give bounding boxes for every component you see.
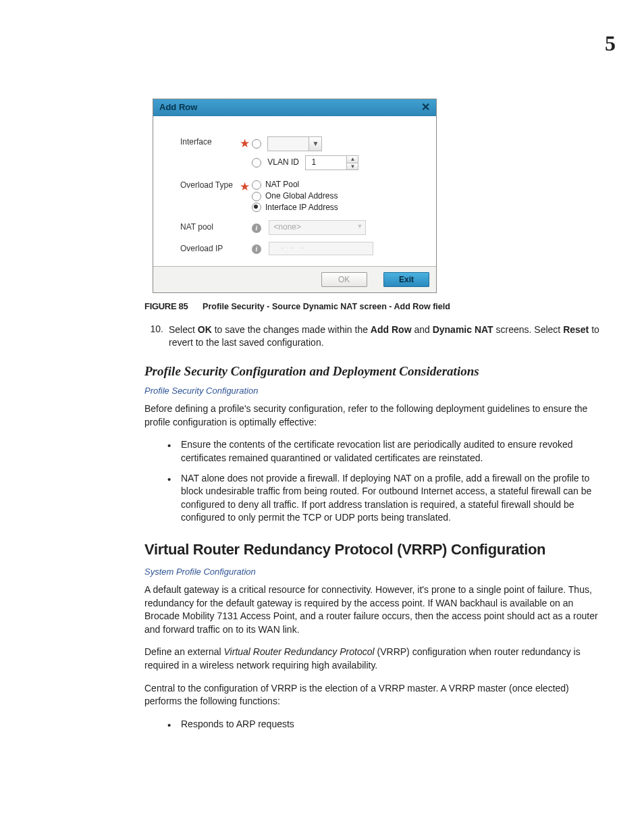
step-number: 10. <box>144 323 169 349</box>
page-number: 5 <box>605 31 616 56</box>
close-icon[interactable]: ✕ <box>421 103 430 111</box>
figure-caption: FIGURE 85 Profile Security - Source Dyna… <box>144 301 601 311</box>
required-icon: ★ <box>240 140 246 147</box>
nat-pool-dropdown[interactable]: <none> <box>269 220 366 235</box>
figure-title: Profile Security - Source Dynamic NAT sc… <box>203 302 450 311</box>
row-overload-ip: Overload IP ★ i ... <box>180 242 425 255</box>
nat-pool-label: NAT pool <box>180 220 240 232</box>
step-10: 10. Select OK to save the changes made w… <box>144 323 601 349</box>
bullet-list: Ensure the contents of the certificate r… <box>144 438 601 525</box>
bullet-list: Responds to ARP requests <box>144 718 601 731</box>
vlan-id-stepper[interactable]: 1 ▲▼ <box>305 155 358 170</box>
interface-radio-vlan[interactable] <box>252 158 261 167</box>
spinner-up-icon[interactable]: ▲ <box>347 156 358 163</box>
row-interface: Interface ★ ▼ VLAN ID 1 ▲▼ <box>180 135 425 172</box>
step-body: Select OK to save the changes made withi… <box>169 323 601 349</box>
list-item: Responds to ARP requests <box>144 718 601 731</box>
dialog-body: Interface ★ ▼ VLAN ID 1 ▲▼ <box>153 116 436 266</box>
row-nat-pool: NAT pool ★ i <none> <box>180 220 425 235</box>
radio-interface-ip[interactable] <box>252 203 261 212</box>
dialog-title: Add Row <box>159 102 197 112</box>
list-item: Ensure the contents of the certificate r… <box>144 438 601 465</box>
exit-button[interactable]: Exit <box>383 272 429 287</box>
profile-security-config-link[interactable]: Profile Security Configuration <box>144 386 601 396</box>
ok-button[interactable]: OK <box>321 272 367 287</box>
info-icon[interactable]: i <box>252 224 261 233</box>
page-content: Add Row ✕ Interface ★ ▼ VLAN ID <box>144 99 601 744</box>
info-icon[interactable]: i <box>252 244 261 254</box>
row-overload-type: Overload Type ★ NAT Pool One Global Addr… <box>180 178 425 213</box>
interface-dropdown[interactable]: ▼ <box>267 136 322 151</box>
figure-label: FIGURE 85 <box>144 301 188 311</box>
spinner-down-icon[interactable]: ▼ <box>347 163 358 170</box>
paragraph: A default gateway is a critical resource… <box>144 583 601 636</box>
radio-one-global[interactable] <box>252 192 261 201</box>
paragraph: Define an external Virtual Router Redund… <box>144 646 601 672</box>
dialog-titlebar: Add Row ✕ <box>153 99 436 116</box>
overload-ip-field[interactable]: ... <box>269 242 373 255</box>
overload-ip-label: Overload IP <box>180 242 240 253</box>
paragraph: Central to the configuration of VRRP is … <box>144 682 601 708</box>
paragraph: Before defining a profile's security con… <box>144 402 601 429</box>
dialog-footer: OK Exit <box>153 266 436 292</box>
vlan-id-label: VLAN ID <box>267 157 299 167</box>
interface-radio-dropdown[interactable] <box>252 139 261 149</box>
overload-type-label: Overload Type <box>180 178 240 190</box>
chevron-down-icon: ▼ <box>308 137 321 151</box>
interface-label: Interface <box>180 135 240 147</box>
subsection-heading: Profile Security Configuration and Deplo… <box>144 364 601 379</box>
required-icon: ★ <box>240 184 246 190</box>
radio-nat-pool[interactable] <box>252 180 261 190</box>
add-row-dialog: Add Row ✕ Interface ★ ▼ VLAN ID <box>153 99 437 293</box>
system-profile-config-link[interactable]: System Profile Configuration <box>144 567 601 577</box>
list-item: NAT alone does not provide a firewall. I… <box>144 472 601 525</box>
section-heading: Virtual Router Redundancy Protocol (VRRP… <box>144 541 601 558</box>
